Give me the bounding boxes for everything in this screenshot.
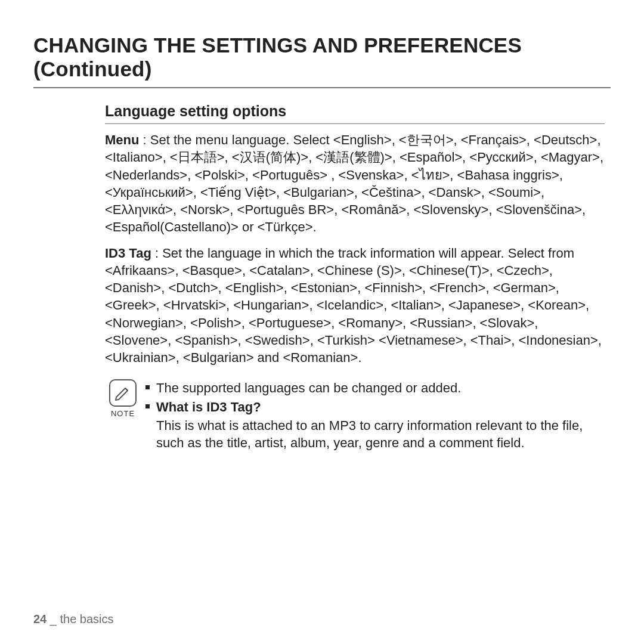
menu-body: : Set the menu language. Select <English… [105, 132, 603, 234]
subheading-language-options: Language setting options [105, 103, 605, 124]
note-bullet-what-is-id3: What is ID3 Tag? [145, 398, 605, 416]
note-bullet-supported-languages: The supported languages can be changed o… [145, 379, 605, 397]
page-number: 24 [33, 612, 47, 626]
note-body: The supported languages can be changed o… [141, 379, 605, 451]
manual-page: CHANGING THE SETTINGS AND PREFERENCES (C… [0, 0, 644, 644]
id3-paragraph: ID3 Tag : Set the language in which the … [105, 244, 605, 367]
content-section: Language setting options Menu : Set the … [105, 103, 605, 451]
note-label: NOTE [105, 409, 141, 418]
note-answer: This is what is attached to an MP3 to ca… [156, 417, 605, 452]
footer-section-name: the basics [60, 612, 114, 626]
menu-paragraph: Menu : Set the menu language. Select <En… [105, 131, 605, 236]
page-footer: 24 _ the basics [33, 612, 114, 626]
id3-body: : Set the language in which the track in… [105, 246, 602, 366]
page-title: CHANGING THE SETTINGS AND PREFERENCES (C… [33, 33, 611, 88]
note-icon-column: NOTE [105, 379, 141, 418]
footer-separator: _ [47, 612, 60, 626]
menu-label: Menu [105, 132, 139, 147]
note-question: What is ID3 Tag? [156, 400, 261, 414]
id3-label: ID3 Tag [105, 246, 151, 261]
note-block: NOTE The supported languages can be chan… [105, 379, 605, 451]
svg-line-0 [125, 388, 128, 391]
pencil-note-icon [109, 379, 137, 407]
